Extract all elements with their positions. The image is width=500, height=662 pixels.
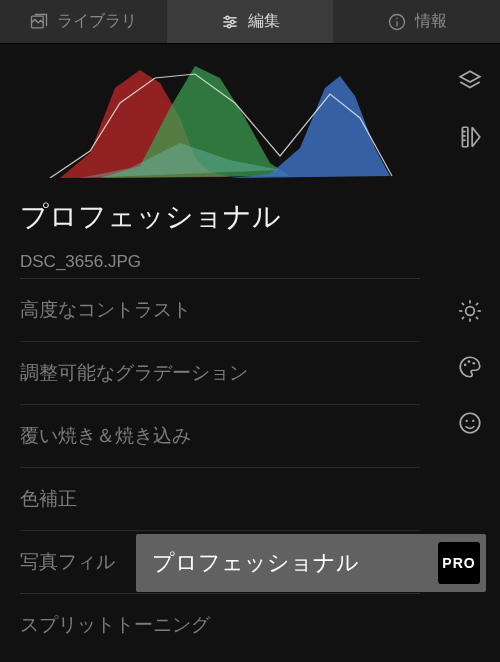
- tab-info[interactable]: 情報: [333, 0, 500, 43]
- tab-info-label: 情報: [415, 11, 447, 32]
- svg-point-9: [396, 17, 398, 19]
- toast-label: プロフェッショナル: [152, 548, 359, 578]
- section-title: プロフェッショナル: [20, 198, 420, 236]
- svg-line-22: [476, 303, 478, 305]
- svg-point-26: [460, 413, 480, 433]
- svg-point-24: [468, 360, 471, 363]
- tab-bar: ライブラリ 編集 情報: [0, 0, 500, 44]
- svg-point-25: [472, 362, 475, 365]
- svg-line-19: [462, 303, 464, 305]
- adjustment-item[interactable]: 調整可能なグラデーション: [20, 341, 420, 404]
- tab-edit-label: 編集: [248, 11, 280, 32]
- tab-library[interactable]: ライブラリ: [0, 0, 167, 43]
- svg-line-21: [462, 317, 464, 319]
- adjustment-item[interactable]: スプリットトーニング: [20, 593, 420, 656]
- svg-point-14: [466, 307, 475, 316]
- exposure-icon[interactable]: [455, 296, 485, 326]
- info-icon: [387, 12, 407, 32]
- ruler-icon[interactable]: [455, 122, 485, 152]
- adjustment-item[interactable]: 高度なコントラスト: [20, 278, 420, 341]
- color-palette-icon[interactable]: [455, 352, 485, 382]
- sliders-icon: [220, 12, 240, 32]
- pro-badge: PRO: [438, 542, 480, 584]
- svg-point-28: [472, 420, 474, 422]
- svg-line-20: [476, 317, 478, 319]
- tab-library-label: ライブラリ: [57, 11, 137, 32]
- section-toast: プロフェッショナル PRO: [136, 534, 486, 592]
- layers-icon[interactable]: [455, 66, 485, 96]
- library-icon: [29, 12, 49, 32]
- filename: DSC_3656.JPG: [20, 252, 420, 272]
- svg-point-4: [226, 16, 229, 19]
- svg-point-6: [228, 24, 231, 27]
- tab-edit[interactable]: 編集: [167, 0, 334, 43]
- edit-panel: プロフェッショナル DSC_3656.JPG 高度なコントラスト 調整可能なグラ…: [0, 44, 500, 662]
- svg-point-5: [231, 20, 234, 23]
- face-icon[interactable]: [455, 408, 485, 438]
- adjustment-item[interactable]: 色補正: [20, 467, 420, 530]
- svg-point-27: [466, 420, 468, 422]
- adjustment-item[interactable]: 覆い焼き＆焼き込み: [20, 404, 420, 467]
- histogram: [20, 48, 420, 178]
- svg-rect-10: [462, 127, 467, 147]
- svg-point-23: [464, 364, 467, 367]
